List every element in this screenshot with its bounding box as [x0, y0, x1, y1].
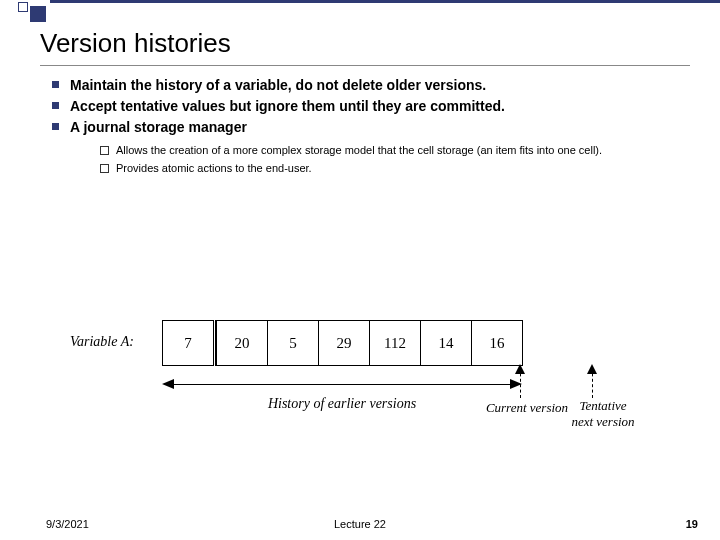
dashed-pointer — [592, 368, 593, 398]
variable-label: Variable A: — [70, 334, 134, 350]
version-cell: 7 — [162, 320, 214, 366]
sub-bullet-item: Allows the creation of a more complex st… — [96, 143, 690, 158]
bullet-item: A journal storage manager Allows the cre… — [48, 118, 690, 177]
version-cell: 14 — [420, 320, 472, 366]
sub-bullet-list: Allows the creation of a more complex st… — [70, 143, 690, 177]
footer-lecture: Lecture 22 — [0, 518, 720, 530]
version-cell: 29 — [318, 320, 370, 366]
bullet-list: Maintain the history of a variable, do n… — [40, 76, 690, 176]
version-cell: 112 — [369, 320, 421, 366]
bullet-text: A journal storage manager — [70, 119, 247, 135]
slide-decoration — [0, 0, 720, 14]
version-cell: 16 — [471, 320, 523, 366]
tentative-version-label: Tentative next version — [548, 398, 658, 430]
title-underline — [40, 65, 690, 66]
bullet-item: Accept tentative values but ignore them … — [48, 97, 690, 116]
version-cell: 5 — [267, 320, 319, 366]
version-cells: 7 20 5 29 112 14 16 — [162, 320, 523, 366]
footer-page-number: 19 — [686, 518, 698, 530]
bullet-item: Maintain the history of a variable, do n… — [48, 76, 690, 95]
dashed-pointer — [520, 368, 521, 398]
version-cell: 20 — [216, 320, 268, 366]
sub-bullet-item: Provides atomic actions to the end-user. — [96, 161, 690, 176]
slide-title: Version histories — [40, 28, 690, 59]
